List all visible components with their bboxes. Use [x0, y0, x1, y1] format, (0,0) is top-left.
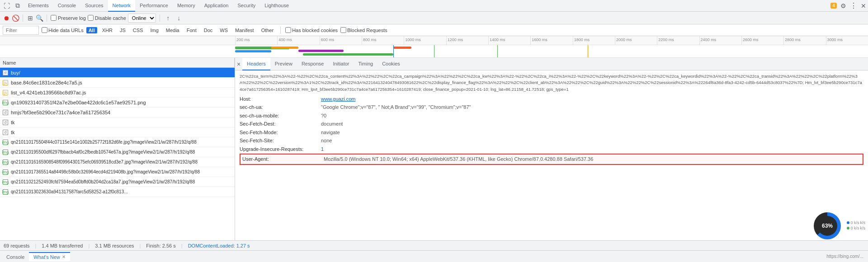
details-tab-response[interactable]: Response — [297, 58, 329, 70]
request-list-header: Name — [0, 58, 235, 68]
search-button[interactable]: 🔍 — [36, 14, 43, 22]
request-row[interactable]: d hmjs?bf3ee5b290ce731c7a4ce7a617256354 — [0, 108, 235, 117]
filter-separator — [280, 27, 281, 34]
tab-elements[interactable]: Elements — [24, 0, 53, 12]
request-row[interactable]: d tk — [0, 127, 235, 137]
upload-button[interactable]: ↑ — [164, 14, 173, 23]
request-row[interactable]: img qn21011017550­4f44c07115e141e1002b25… — [0, 137, 235, 147]
hide-data-urls-input[interactable] — [42, 27, 47, 33]
throttle-select[interactable]: Online — [128, 14, 156, 23]
request-type-icon: d — [3, 70, 8, 75]
request-rows: d buy/ js base.84c6ec1831ce28e4c7a5.js j… — [0, 68, 235, 240]
request-row[interactable]: d buy/ — [0, 68, 235, 78]
header-row-upgrade: Upgrade-Insecure-Requests: 1 — [240, 145, 863, 153]
filter-doc-btn[interactable]: Doc — [202, 27, 215, 33]
header-name-upgrade: Upgrade-Insecure-Requests: — [240, 145, 321, 153]
request-type-icon: img — [3, 140, 8, 145]
device-icon[interactable]: ⧉ — [14, 1, 22, 10]
request-row[interactable]: img qn21011016165908548f0996430175efc069… — [0, 157, 235, 167]
details-tab-timing[interactable]: Timing — [354, 58, 378, 70]
header-name-host: Host: — [240, 95, 321, 103]
filter-manifest-btn[interactable]: Manifest — [233, 27, 256, 33]
filter-ws-btn[interactable]: WS — [217, 27, 230, 33]
tab-sources[interactable]: Sources — [80, 0, 108, 12]
upload-stat: 0 k/s k/s — [847, 226, 865, 230]
close-details-button[interactable]: × — [237, 61, 241, 68]
down-rate: 0 k/s — [850, 220, 859, 225]
filter-xhr-btn[interactable]: XHR — [100, 27, 115, 33]
tick-1800ms: 1800 ms — [573, 36, 615, 45]
tab-console[interactable]: Console — [53, 0, 80, 12]
details-tab-headers[interactable]: Headers — [242, 58, 270, 70]
details-tab-initiator[interactable]: Initiator — [328, 58, 354, 70]
bottom-tab-whats-new[interactable]: What's New ✕ — [29, 252, 70, 261]
request-row[interactable]: js base.84c6ec1831ce28e4c7a5.js — [0, 78, 235, 88]
hide-data-urls-checkbox[interactable]: Hide data URLs — [42, 27, 84, 33]
header-value-sec-fetch-dest: document — [321, 120, 343, 128]
filter-all-btn[interactable]: All — [86, 27, 97, 33]
up-rate: 0 k/s — [850, 226, 859, 230]
blocked-cookies-input[interactable] — [285, 27, 291, 33]
tab-lighthouse[interactable]: Lighthouse — [260, 0, 293, 12]
filter-other-btn[interactable]: Other — [259, 27, 276, 33]
down-unit: k/s — [860, 220, 865, 225]
disable-cache-input[interactable] — [88, 15, 94, 21]
blocked-cookies-checkbox[interactable]: Has blocked cookies — [285, 27, 338, 33]
request-name: tk — [8, 130, 18, 135]
blocked-requests-checkbox[interactable]: Blocked Requests — [340, 27, 387, 33]
waterfall-chart — [0, 45, 868, 58]
clear-button[interactable]: 🚫 — [12, 14, 19, 22]
warning-badge[interactable]: 4 — [830, 3, 837, 9]
tab-security[interactable]: Security — [233, 0, 260, 12]
filter-css-btn[interactable]: CSS — [131, 27, 146, 33]
details-panel: × Headers Preview Response Initiator Tim… — [235, 58, 868, 240]
download-button[interactable]: ↓ — [175, 14, 184, 23]
tab-performance[interactable]: Performance — [135, 0, 173, 12]
request-type-icon: js — [3, 80, 8, 85]
header-value-host[interactable]: www.guazi.com — [321, 95, 355, 103]
filter-img-btn[interactable]: Img — [148, 27, 160, 33]
dom-content-loaded[interactable]: DOMContentLoaded: 1.27 s — [188, 243, 250, 248]
disable-cache-checkbox[interactable]: Disable cache — [88, 15, 126, 21]
request-row[interactable]: js list_v4.4241eb139566bc8d97ac.js — [0, 88, 235, 98]
more-icon[interactable]: ⋮ — [850, 1, 857, 10]
request-row[interactable]: img qn21011017365514a84498c58b0c326964ec… — [0, 167, 235, 177]
tab-memory[interactable]: Memory — [173, 0, 200, 12]
filter-js-btn[interactable]: JS — [118, 27, 128, 33]
request-row[interactable]: img qn21011013023630a94131­7587farc5d582… — [0, 187, 235, 197]
tick-2600ms: 2600 ms — [741, 36, 783, 45]
settings-icon[interactable]: ⚙ — [840, 2, 846, 9]
request-row[interactable]: img qn21011021252493fcfd7594ea5d0bffd0b2… — [0, 177, 235, 187]
performance-gauge: 63% — [814, 212, 841, 239]
bottom-tab-console[interactable]: Console — [2, 252, 29, 261]
tab-application[interactable]: Application — [200, 0, 233, 12]
tick-2000ms: 2000 ms — [615, 36, 657, 45]
request-type-icon: img — [3, 150, 8, 155]
preserve-log-input[interactable] — [51, 15, 57, 21]
filter-font-btn[interactable]: Font — [184, 27, 199, 33]
tab-network[interactable]: Network — [108, 0, 135, 12]
cursor-icon[interactable]: ⛶ — [2, 1, 12, 10]
close-devtools-icon[interactable]: ✕ — [861, 2, 866, 9]
filter-toggle-button[interactable]: ⊞ — [27, 14, 34, 22]
details-tabs: × Headers Preview Response Initiator Tim… — [235, 58, 868, 70]
header-name-sec-fetch-mode: Sec-Fetch-Mode: — [240, 129, 321, 136]
header-value-sec-ch-ua-mobile: ?0 — [321, 112, 326, 120]
request-type-icon: img — [3, 169, 8, 175]
request-row[interactable]: d tk — [0, 117, 235, 127]
details-tab-preview[interactable]: Preview — [270, 58, 297, 70]
request-type-icon: d — [3, 120, 8, 125]
close-whats-new-button[interactable]: ✕ — [62, 254, 66, 259]
request-row[interactable]: img qn1909231407351f42a7e2be00ae422dc6c1… — [0, 98, 235, 108]
blocked-requests-input[interactable] — [340, 27, 346, 33]
filter-media-btn[interactable]: Media — [164, 27, 182, 33]
request-type-icon: js — [3, 90, 8, 95]
up-indicator — [847, 227, 849, 229]
header-name-sec-ch-ua-mobile: sec-ch-ua-mobile: — [240, 112, 321, 120]
preserve-log-checkbox[interactable]: Preserve log — [51, 15, 86, 21]
details-tab-cookies[interactable]: Cookies — [377, 58, 405, 70]
request-row[interactable]: img qn21011019550­0df6297fbbacb4af0c2fbe… — [0, 147, 235, 157]
record-button[interactable]: ⏺ — [3, 14, 10, 22]
filter-input[interactable] — [3, 26, 39, 35]
down-indicator — [847, 221, 849, 224]
